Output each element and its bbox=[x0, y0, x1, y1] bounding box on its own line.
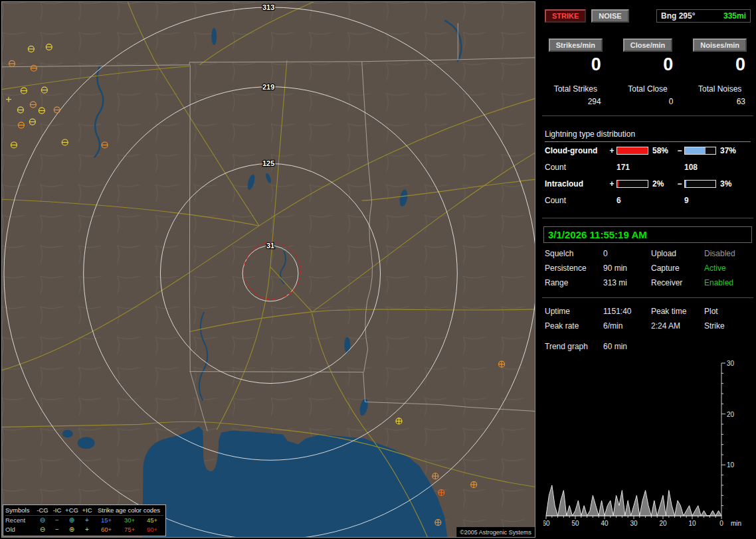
bearing-readout: Bng 295° 335mi bbox=[656, 9, 751, 23]
ic-positive-count: 6 bbox=[616, 196, 650, 205]
copyright-text: ©2005 Astrogenic Systems bbox=[460, 529, 531, 536]
cg-negative-pct: 37% bbox=[717, 146, 751, 155]
total-close-label: Total Close bbox=[612, 84, 684, 94]
plot-label: Plot bbox=[704, 306, 756, 317]
recent-pos-ic-icon: + bbox=[80, 516, 94, 525]
age-code-75: 75+ bbox=[118, 525, 141, 534]
uptime-stats-grid: Uptime 1151:40 Peak time Plot Peak rate … bbox=[545, 306, 756, 331]
bearing-value: Bng 295° bbox=[661, 11, 695, 21]
x-tick-label: 60 bbox=[543, 520, 550, 527]
legend-col-neg-ic: -IC bbox=[50, 506, 64, 516]
total-noises-label: Total Noises bbox=[684, 84, 756, 94]
ic-negative-pct: 3% bbox=[717, 179, 751, 189]
x-tick-label: 10 bbox=[688, 520, 696, 527]
nexstorm-app: { "window": { "copyright": "©2005 Astrog… bbox=[0, 0, 756, 539]
divider bbox=[542, 218, 753, 218]
x-tick-label: 0 bbox=[719, 520, 723, 527]
ic-negative-count: 9 bbox=[684, 196, 717, 205]
divider bbox=[542, 297, 753, 298]
legend-col-neg-cg: -CG bbox=[35, 506, 50, 516]
recent-neg-cg-icon: ⊖ bbox=[35, 516, 50, 525]
range-label: Range bbox=[545, 277, 603, 288]
plot-mode-value: Strike bbox=[704, 321, 756, 331]
trend-graph: 1020300102030405060min bbox=[543, 356, 755, 533]
capture-label: Capture bbox=[651, 263, 704, 273]
peak-time-value: 2:24 AM bbox=[651, 321, 704, 331]
plus-sign: + bbox=[607, 146, 616, 155]
receiver-label: Receiver bbox=[651, 277, 704, 288]
map-copyright: ©2005 Astrogenic Systems bbox=[456, 527, 535, 537]
total-strikes-label: Total Strikes bbox=[539, 84, 612, 94]
legend-row-old-label: Old bbox=[5, 525, 35, 534]
capture-status: Active bbox=[704, 263, 756, 273]
uptime-value: 1151:40 bbox=[603, 306, 651, 317]
lightning-map[interactable]: 313 219 125 31 ©2005 Astrogenic Systems … bbox=[1, 1, 535, 538]
peak-time-label: Peak time bbox=[651, 306, 704, 317]
strikes-per-min-button[interactable]: Strikes/min bbox=[549, 38, 603, 52]
receiver-status: Enabled bbox=[704, 277, 756, 288]
strike-symbol-cp bbox=[435, 520, 441, 526]
range-value: 313 mi bbox=[603, 277, 651, 288]
status-panel: STRIKE NOISE Bng 295° 335mi Strikes/min … bbox=[539, 0, 756, 539]
old-pos-ic-icon: + bbox=[80, 525, 94, 534]
x-tick-label: 40 bbox=[601, 520, 609, 527]
x-tick-label: 50 bbox=[571, 520, 579, 527]
x-tick-label: 20 bbox=[659, 520, 667, 527]
total-close-value: 0 bbox=[612, 97, 684, 106]
distance-value: 335mi bbox=[723, 11, 746, 21]
squelch-value: 0 bbox=[603, 248, 651, 259]
strike-symbol-cp bbox=[396, 418, 402, 424]
strike-symbol-cp bbox=[438, 490, 444, 496]
y-tick-label: 30 bbox=[727, 360, 735, 367]
minus-sign: − bbox=[675, 146, 684, 155]
trend-series bbox=[546, 485, 721, 516]
squelch-label: Squelch bbox=[545, 248, 603, 259]
trend-graph-label: Trend graph bbox=[545, 342, 603, 351]
cg-negative-count: 108 bbox=[684, 163, 717, 172]
ic-negative-bar bbox=[684, 180, 716, 188]
trend-window-value: 60 min bbox=[603, 342, 756, 351]
cg-negative-bar bbox=[684, 147, 716, 155]
persistence-value: 90 min bbox=[603, 263, 651, 273]
noises-per-min-value: 0 bbox=[684, 54, 756, 75]
age-code-45: 45+ bbox=[141, 516, 163, 525]
count-label: Count bbox=[545, 196, 607, 205]
intracloud-count-row: Count 6 9 bbox=[545, 192, 751, 208]
old-neg-cg-icon: ⊖ bbox=[35, 525, 50, 534]
legend-age-header: Strike age color codes bbox=[94, 506, 163, 516]
divider bbox=[542, 116, 753, 116]
rate-counters: Strikes/min 0 Total Strikes 294 Close/mi… bbox=[539, 38, 756, 106]
close-per-min-value: 0 bbox=[612, 54, 684, 75]
symbol-legend: Symbols -CG -IC +CG +IC Strike age color… bbox=[3, 504, 166, 536]
x-tick-label: 30 bbox=[630, 520, 638, 527]
upload-label: Upload bbox=[651, 248, 704, 259]
y-tick-label: 10 bbox=[727, 461, 735, 469]
ic-positive-pct: 2% bbox=[650, 179, 675, 189]
noises-per-min-button[interactable]: Noises/min bbox=[693, 38, 747, 52]
datetime-display: 3/1/2026 11:55:19 AM bbox=[543, 226, 752, 243]
intracloud-label: Intracloud bbox=[545, 179, 607, 189]
ic-positive-bar bbox=[616, 180, 648, 188]
minus-sign: − bbox=[675, 179, 684, 189]
legend-col-pos-ic: +IC bbox=[80, 506, 94, 516]
cg-positive-count: 171 bbox=[616, 163, 650, 172]
noise-mode-button[interactable]: NOISE bbox=[591, 9, 628, 23]
count-label: Count bbox=[545, 163, 607, 172]
old-neg-ic-icon: − bbox=[50, 525, 64, 534]
close-per-min-button[interactable]: Close/min bbox=[623, 38, 673, 52]
strike-mode-button[interactable]: STRIKE bbox=[545, 9, 586, 23]
lightning-distribution: Lightning type distribution Cloud-ground… bbox=[545, 129, 751, 208]
cg-positive-pct: 58% bbox=[650, 146, 675, 155]
recent-neg-ic-icon: − bbox=[50, 516, 64, 525]
plus-sign: + bbox=[607, 179, 616, 189]
uptime-label: Uptime bbox=[545, 306, 603, 317]
strike-symbol-cp bbox=[432, 473, 438, 479]
map-canvas[interactable]: 313 219 125 31 ©2005 Astrogenic Systems bbox=[2, 2, 535, 537]
old-pos-cg-icon: ⊕ bbox=[64, 525, 80, 534]
strike-symbol-cp bbox=[471, 482, 477, 488]
cloud-ground-label: Cloud-ground bbox=[545, 146, 607, 155]
x-axis-unit-label: min bbox=[731, 520, 741, 527]
peak-rate-label: Peak rate bbox=[545, 321, 603, 331]
distribution-title: Lightning type distribution bbox=[545, 129, 751, 142]
ring-label-125: 125 bbox=[262, 159, 274, 167]
